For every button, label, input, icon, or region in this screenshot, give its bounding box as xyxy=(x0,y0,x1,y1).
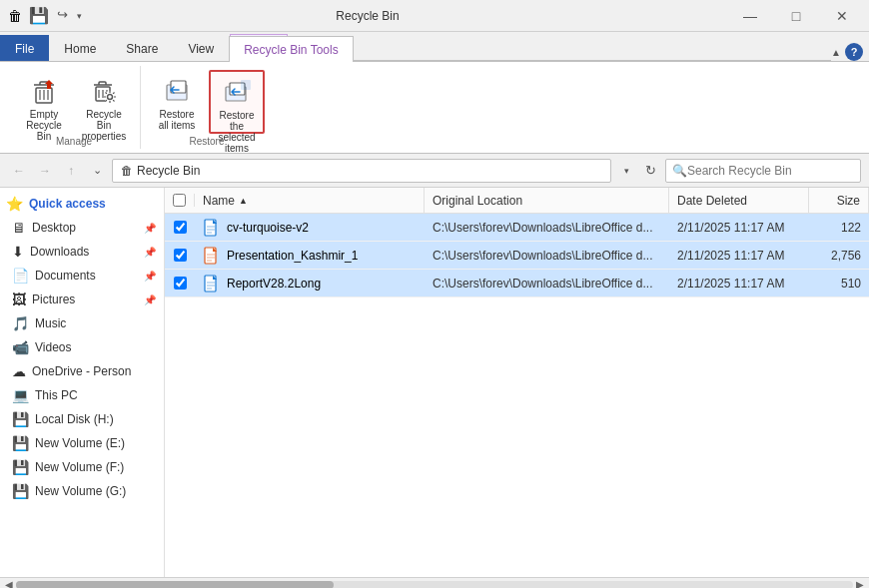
address-path[interactable]: 🗑 Recycle Bin xyxy=(112,159,611,183)
sidebar-item-documents[interactable]: 📄Documents📌 xyxy=(0,264,164,288)
table-row[interactable]: cv-turquoise-v2C:\Users\forev\Downloads\… xyxy=(165,214,869,242)
sidebar-item-new-vol-e[interactable]: 💾New Volume (E:) xyxy=(0,431,164,455)
file-name-cell: cv-turquoise-v2 xyxy=(195,219,425,237)
select-all-checkbox[interactable] xyxy=(173,194,186,207)
pin-icon: 📌 xyxy=(144,294,156,305)
table-row[interactable]: ReportV28.2LongC:\Users\forev\Downloads\… xyxy=(165,270,869,297)
restore-selected-button[interactable]: Restore the selected items xyxy=(209,70,265,134)
sidebar-item-thispc[interactable]: 💻This PC xyxy=(0,383,164,407)
file-pane: Name ▲ Original Location Date Deleted Si… xyxy=(165,188,869,577)
sidebar-item-label: New Volume (G:) xyxy=(35,484,126,498)
restore-all-icon xyxy=(161,75,193,107)
sidebar-item-videos[interactable]: 📹Videos xyxy=(0,335,164,359)
file-name-cell: Presentation_Kashmir_1 xyxy=(195,247,425,265)
col-date-header[interactable]: Date Deleted xyxy=(669,188,809,213)
close-button[interactable]: ✕ xyxy=(819,0,865,32)
sidebar-item-label: Pictures xyxy=(32,293,75,306)
nav-forward[interactable]: → xyxy=(34,160,56,182)
sidebar-item-label: Downloads xyxy=(30,245,89,259)
row-checkbox[interactable] xyxy=(174,277,187,290)
row-checkbox-cell xyxy=(165,277,195,290)
sidebar-item-desktop[interactable]: 🖥Desktop📌 xyxy=(0,216,164,240)
tab-view[interactable]: View xyxy=(173,35,229,61)
search-icon: 🔍 xyxy=(672,164,687,178)
documents-icon: 📄 xyxy=(12,268,29,284)
qat-undo[interactable]: ↩ xyxy=(50,7,68,25)
empty-recycle-bin-button[interactable]: Empty Recycle Bin xyxy=(16,70,72,134)
sidebar-item-quick-access[interactable]: ⭐Quick access xyxy=(0,192,164,216)
row-checkbox[interactable] xyxy=(174,249,187,262)
sort-arrow: ▲ xyxy=(239,196,248,206)
sidebar-item-label: Quick access xyxy=(29,197,106,211)
maximize-button[interactable]: □ xyxy=(773,0,819,32)
file-size-cell: 2,756 xyxy=(809,249,869,263)
sidebar-item-new-vol-f[interactable]: 💾New Volume (F:) xyxy=(0,455,164,479)
ribbon: Empty Recycle Bin xyxy=(0,62,869,154)
tab-file[interactable]: File xyxy=(0,35,49,61)
scroll-thumb[interactable] xyxy=(16,581,334,589)
restore-group-label: Restore xyxy=(189,134,224,149)
sidebar-item-label: Documents xyxy=(35,269,96,283)
scroll-track[interactable] xyxy=(16,581,853,589)
minimize-button[interactable]: — xyxy=(727,0,773,32)
sidebar-item-label: Videos xyxy=(35,340,71,354)
horizontal-scrollbar[interactable]: ◀ ▶ xyxy=(0,577,869,588)
col-location-header[interactable]: Original Location xyxy=(425,188,669,213)
tab-recycle-bin-tools[interactable]: Recycle Bin Tools xyxy=(229,36,354,62)
sidebar-item-label: New Volume (F:) xyxy=(35,460,124,474)
downloads-icon: ⬇ xyxy=(12,244,24,260)
scroll-left-arrow[interactable]: ◀ xyxy=(2,578,16,589)
pin-icon: 📌 xyxy=(144,271,156,282)
restore-buttons: Restore all items Restore the selecte xyxy=(149,66,265,134)
file-location-cell: C:\Users\forev\Downloads\LibreOffice d..… xyxy=(425,249,669,263)
address-bar: ← → ↑ ⌄ 🗑 Recycle Bin ▾ ↻ 🔍 xyxy=(0,154,869,188)
ribbon-collapse-btn[interactable]: ▲ xyxy=(831,47,841,58)
restore-all-label-1: Restore xyxy=(159,109,194,120)
search-input[interactable] xyxy=(687,164,854,178)
nav-up[interactable]: ↑ xyxy=(60,160,82,182)
addr-refresh[interactable]: ↻ xyxy=(639,160,661,182)
sidebar-item-onedrive[interactable]: ☁OneDrive - Person xyxy=(0,359,164,383)
restore-selected-icon xyxy=(221,76,253,108)
sidebar: ⭐Quick access🖥Desktop📌⬇Downloads📌📄Docume… xyxy=(0,188,165,577)
sidebar-item-pictures[interactable]: 🖼Pictures📌 xyxy=(0,288,164,311)
recycle-properties-button[interactable]: Recycle Bin properties xyxy=(76,70,132,134)
table-row[interactable]: Presentation_Kashmir_1C:\Users\forev\Dow… xyxy=(165,242,869,270)
pictures-icon: 🖼 xyxy=(12,292,26,307)
sidebar-item-label: Desktop xyxy=(32,221,76,235)
file-name-text: cv-turquoise-v2 xyxy=(227,221,309,235)
sidebar-item-music[interactable]: 🎵Music xyxy=(0,311,164,335)
nav-back[interactable]: ← xyxy=(8,160,30,182)
ribbon-group-manage: Empty Recycle Bin xyxy=(8,66,141,149)
manage-group-label: Manage xyxy=(56,134,92,149)
path-text: Recycle Bin xyxy=(137,164,200,178)
file-header: Name ▲ Original Location Date Deleted Si… xyxy=(165,188,869,214)
sidebar-item-downloads[interactable]: ⬇Downloads📌 xyxy=(0,240,164,264)
tab-share[interactable]: Share xyxy=(111,35,173,61)
col-name-header[interactable]: Name ▲ xyxy=(195,188,425,213)
window-title: Recycle Bin xyxy=(8,9,727,23)
col-location-label: Original Location xyxy=(433,194,522,208)
scroll-right-arrow[interactable]: ▶ xyxy=(853,578,867,589)
restore-all-button[interactable]: Restore all items xyxy=(149,70,205,134)
col-size-header[interactable]: Size xyxy=(809,188,869,213)
file-location-cell: C:\Users\forev\Downloads\LibreOffice d..… xyxy=(425,221,669,235)
sidebar-item-local-h[interactable]: 💾Local Disk (H:) xyxy=(0,407,164,431)
search-box[interactable]: 🔍 xyxy=(665,159,861,183)
new-vol-f-icon: 💾 xyxy=(12,459,29,475)
help-button[interactable]: ? xyxy=(845,43,863,61)
file-name-cell: ReportV28.2Long xyxy=(195,275,425,293)
row-checkbox[interactable] xyxy=(174,221,187,234)
sidebar-item-new-vol-g[interactable]: 💾New Volume (G:) xyxy=(0,479,164,503)
restore-selected-label-1: Restore the xyxy=(213,110,261,132)
recycle-props-label-1: Recycle Bin xyxy=(79,109,129,131)
pin-icon: 📌 xyxy=(144,247,156,258)
addr-dropdown[interactable]: ▾ xyxy=(615,160,637,182)
file-icon xyxy=(203,275,221,293)
nav-recent[interactable]: ⌄ xyxy=(86,160,108,182)
new-vol-e-icon: 💾 xyxy=(12,435,29,451)
header-checkbox-cell[interactable] xyxy=(165,194,195,207)
file-list: cv-turquoise-v2C:\Users\forev\Downloads\… xyxy=(165,214,869,577)
onedrive-icon: ☁ xyxy=(12,363,26,379)
tab-home[interactable]: Home xyxy=(49,35,111,61)
